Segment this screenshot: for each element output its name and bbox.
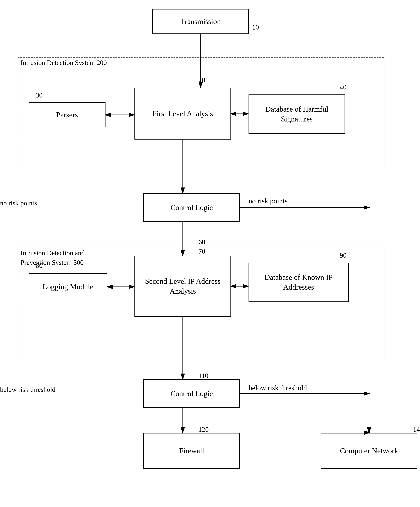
ref-140: 140 [413,425,420,433]
ref-70: 70 [199,247,205,255]
no-risk-label: no risk points [248,197,288,205]
diagram-container: Transmission 10 Intrusion Detection Syst… [0,0,420,507]
first-level-box: First Level Analysis [134,88,231,140]
control-logic-2-box: Control Logic [143,379,240,408]
db-known-ip-label: Database of Known IP Addresses [249,273,348,292]
control-logic-1-label: Control Logic [171,203,213,212]
second-level-label: Second Level IP Address Analysis [135,276,230,296]
ref-20: 20 [199,76,205,84]
ref-10: 10 [252,23,259,31]
control-logic-2-label: Control Logic [171,389,213,399]
computer-network-box: Computer Network [321,433,417,469]
idps-300-label: Intrusion Detection andPrevention System… [21,248,85,267]
ref-90: 90 [340,251,346,259]
parsers-label: Parsers [56,110,78,120]
below-risk-label: below risk threshold [248,384,307,392]
first-level-label: First Level Analysis [152,109,213,119]
ref-120: 120 [199,425,209,433]
svg-text:below risk threshold: below risk threshold [0,386,55,393]
ref-30: 30 [36,91,42,99]
ids-200-label: Intrusion Detection System 200 [21,59,107,67]
control-logic-1-box: Control Logic [143,193,240,222]
logging-label: Logging Module [42,282,93,292]
transmission-box: Transmission [152,9,249,34]
ref-80: 80 [36,261,42,269]
logging-box: Logging Module [29,273,107,300]
second-level-box: Second Level IP Address Analysis [134,256,231,317]
parsers-box: Parsers [29,102,105,127]
ref-110: 110 [199,372,208,380]
transmission-label: Transmission [181,17,221,27]
ref-40: 40 [340,83,346,91]
firewall-box: Firewall [143,433,240,469]
svg-text:no risk points: no risk points [0,199,37,207]
db-known-ip-box: Database of Known IP Addresses [248,263,349,302]
ref-60: 60 [199,238,205,246]
computer-network-label: Computer Network [340,446,398,456]
db-harmful-label: Database of Harmful Signatures [249,104,344,124]
firewall-label: Firewall [179,446,204,456]
db-harmful-box: Database of Harmful Signatures [248,94,345,134]
